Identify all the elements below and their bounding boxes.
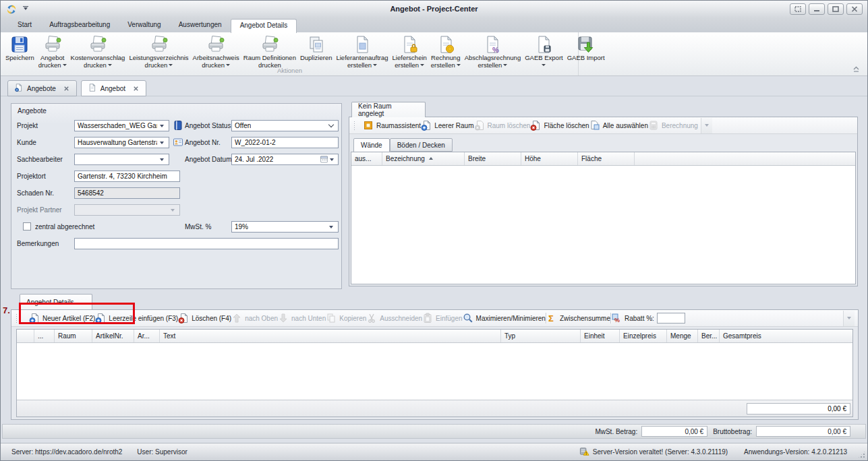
details-grid-body[interactable] bbox=[17, 343, 852, 400]
groupbox-title: Angebote bbox=[18, 107, 47, 115]
toolbar-overflow-button[interactable] bbox=[843, 311, 855, 326]
combo-arrow-icon[interactable] bbox=[157, 154, 166, 164]
toolbar-grip[interactable] bbox=[353, 121, 355, 131]
raumassistent-button[interactable]: Raumassistent bbox=[363, 120, 421, 131]
raum-definitionen-drucken-button[interactable]: Raum Definitionen drucken bbox=[241, 34, 298, 66]
speichern-button[interactable]: Speichern bbox=[3, 34, 36, 66]
column-header-artikelnr[interactable]: ArtikelNr. bbox=[92, 330, 134, 342]
leerzeile-einfuegen-button[interactable]: Leerzeile einfügen (F3) bbox=[95, 313, 178, 324]
column-header-einheit[interactable]: Einheit bbox=[581, 330, 620, 342]
maximize-button[interactable] bbox=[828, 3, 844, 15]
room-tab[interactable]: Kein Raum angelegt bbox=[351, 102, 426, 117]
zentral-abgerechnet-checkbox[interactable] bbox=[23, 222, 31, 230]
details-grid-footer: 0,00 € bbox=[17, 400, 852, 417]
mwst-combobox[interactable]: 19% bbox=[231, 221, 339, 233]
ribbon-tab-start[interactable]: Start bbox=[9, 18, 40, 32]
save-icon bbox=[9, 34, 30, 55]
ribbon-tab-auftragsbearbeitung[interactable]: Auftragsbearbeitung bbox=[40, 18, 119, 32]
doc-tab-angebot[interactable]: Angebot bbox=[81, 80, 146, 96]
column-header-typ[interactable]: Typ bbox=[501, 330, 581, 342]
schaden-nr-input[interactable]: 5468542 bbox=[74, 187, 180, 199]
combo-arrow-icon[interactable] bbox=[157, 121, 166, 131]
column-header-flaeche[interactable]: Fläche bbox=[578, 152, 635, 165]
arbeitsnachweis-drucken-button[interactable]: Arbeitsnachweis drucken bbox=[191, 34, 241, 66]
berechnung-button[interactable]: Berechnung bbox=[648, 120, 698, 131]
subtab-boeden-decken[interactable]: Böden / Decken bbox=[390, 138, 453, 152]
column-header-ar[interactable]: Ar... bbox=[134, 330, 160, 342]
sachbearbeiter-combobox[interactable] bbox=[74, 154, 169, 165]
column-header-text[interactable]: Text bbox=[160, 330, 501, 342]
close-button[interactable] bbox=[846, 3, 863, 15]
ribbon-collapse-icon[interactable] bbox=[851, 65, 861, 73]
close-tab-icon[interactable] bbox=[132, 85, 140, 92]
einfuegen-button[interactable]: Einfügen bbox=[422, 313, 462, 324]
rechnung-erstellen-button[interactable]: Rechnung erstellen bbox=[429, 34, 463, 66]
angebot-nr-input[interactable]: W_2022-01-2 bbox=[231, 137, 339, 148]
raum-loeschen-button[interactable]: Raum löschen bbox=[474, 120, 531, 131]
column-header-einzelpreis[interactable]: Einzelpreis bbox=[620, 330, 667, 342]
column-header-gesamtpreis[interactable]: Gesamtpreis bbox=[720, 330, 852, 342]
angebot-details-tab[interactable]: Angebot Details bbox=[20, 294, 92, 309]
zwischensumme-button[interactable]: Σ Zwischensumme bbox=[546, 313, 610, 324]
loeschen-button[interactable]: Löschen (F4) bbox=[178, 313, 231, 324]
fullscreen-button[interactable] bbox=[790, 3, 806, 15]
project-book-icon[interactable] bbox=[173, 120, 183, 131]
projekt-partner-combobox[interactable] bbox=[74, 204, 180, 216]
gaeb-export-button[interactable]: GAEB Export bbox=[523, 34, 565, 66]
nach-oben-button[interactable]: nach Oben bbox=[231, 313, 278, 324]
copy-icon bbox=[326, 313, 337, 324]
rabatt-input[interactable] bbox=[657, 313, 685, 324]
projektort-input[interactable]: Gartenstr. 4, 73230 Kirchheim bbox=[74, 171, 180, 182]
column-header-menge[interactable]: Menge bbox=[667, 330, 698, 342]
kostenvoranschlag-drucken-button[interactable]: Kostenvoranschlag drucken bbox=[69, 34, 127, 66]
angebot-status-combobox[interactable]: Offen bbox=[231, 120, 339, 131]
gaeb-import-button[interactable]: GAEB Import bbox=[565, 34, 607, 66]
projektort-label: Projektort bbox=[17, 171, 46, 182]
alle-auswaehlen-button[interactable]: Alle auswählen bbox=[589, 120, 648, 131]
combo-arrow-icon[interactable] bbox=[157, 137, 166, 148]
room-panel: Raumassistent Leerer Raum Raum löschen F… bbox=[349, 117, 858, 286]
column-header-bezeichnung[interactable]: Bezeichnung bbox=[382, 152, 465, 165]
lieferantenauftrag-erstellen-button[interactable]: Lieferantenauftrag erstellen bbox=[334, 34, 390, 66]
bemerkungen-input[interactable] bbox=[74, 238, 339, 249]
minimize-button[interactable] bbox=[809, 3, 825, 15]
angebot-drucken-button[interactable]: Angebot drucken bbox=[36, 34, 69, 66]
calendar-icon[interactable] bbox=[318, 154, 335, 164]
column-header-dots[interactable]: ... bbox=[34, 330, 55, 342]
kopieren-button[interactable]: Kopieren bbox=[326, 313, 366, 324]
ribbon-tab-verwaltung[interactable]: Verwaltung bbox=[119, 18, 169, 32]
flaeche-loeschen-button[interactable]: Fläche löschen bbox=[530, 120, 589, 131]
leistungsverzeichnis-drucken-button[interactable]: Leistungsverzeichnis drucken bbox=[127, 34, 190, 66]
projekt-label: Projekt bbox=[17, 120, 38, 131]
toolbar-overflow-button[interactable] bbox=[701, 118, 712, 133]
doc-tab-angebote[interactable]: Angebote bbox=[7, 80, 77, 96]
subtab-waende[interactable]: Wände bbox=[353, 138, 390, 152]
neuer-artikel-button[interactable]: Neuer Artikel (F2) bbox=[29, 313, 95, 324]
abschlagsrechnung-erstellen-button[interactable]: % Abschlagsrechnung erstellen bbox=[463, 34, 523, 66]
column-header-ber[interactable]: Ber... bbox=[698, 330, 720, 342]
ausschneiden-button[interactable]: Ausschneiden bbox=[366, 313, 422, 324]
toolbar-grip[interactable] bbox=[16, 313, 18, 324]
nach-unten-button[interactable]: nach Unten bbox=[278, 313, 326, 324]
resize-grip[interactable] bbox=[858, 451, 865, 458]
room-grid-body[interactable] bbox=[351, 166, 855, 284]
customer-card-icon[interactable] bbox=[173, 137, 183, 148]
angebot-datum-picker[interactable]: 24. Jul .2022 bbox=[231, 154, 339, 165]
column-header-raum[interactable]: Raum bbox=[55, 330, 92, 342]
column-header-hoehe[interactable]: Höhe bbox=[521, 152, 578, 165]
maximieren-minimieren-button[interactable]: Maximieren/Minimieren bbox=[463, 313, 546, 324]
duplizieren-button[interactable]: Duplizieren bbox=[298, 34, 335, 66]
projekt-combobox[interactable]: Wasserschaden_WEG Garte... bbox=[74, 120, 169, 131]
close-tab-icon[interactable] bbox=[63, 85, 70, 92]
leerer-raum-button[interactable]: Leerer Raum bbox=[421, 120, 473, 131]
column-header-breite[interactable]: Breite bbox=[465, 152, 521, 165]
ribbon-tab-angebot-details[interactable]: Angebot Details bbox=[231, 19, 297, 33]
combo-arrow-icon[interactable] bbox=[326, 222, 335, 232]
application-window: Angebot - Project-Center Start Auftragsb… bbox=[0, 0, 868, 461]
column-header-aus[interactable]: aus... bbox=[351, 152, 382, 165]
lieferschein-erstellen-button[interactable]: Lieferschein erstellen bbox=[390, 34, 429, 66]
ribbon-tab-auswertungen[interactable]: Auswertungen bbox=[170, 18, 231, 32]
sum-total-field: 0,00 € bbox=[747, 403, 850, 414]
kunde-combobox[interactable]: Hausverwaltung Gartenstraße bbox=[74, 137, 169, 148]
combo-chevron-icon[interactable] bbox=[326, 121, 335, 131]
